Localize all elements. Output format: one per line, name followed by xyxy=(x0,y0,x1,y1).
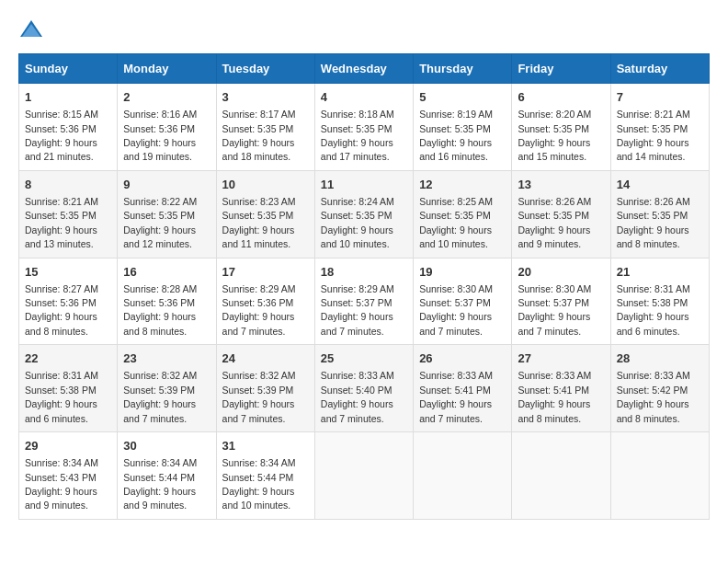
day-info: Sunrise: 8:34 AM Sunset: 5:44 PM Dayligh… xyxy=(222,457,296,511)
day-info: Sunrise: 8:29 AM Sunset: 5:37 PM Dayligh… xyxy=(321,283,394,337)
calendar-cell: 17Sunrise: 8:29 AM Sunset: 5:36 PM Dayli… xyxy=(216,258,314,345)
day-number: 6 xyxy=(518,89,604,106)
day-info: Sunrise: 8:33 AM Sunset: 5:41 PM Dayligh… xyxy=(518,370,591,423)
day-info: Sunrise: 8:32 AM Sunset: 5:39 PM Dayligh… xyxy=(123,370,197,423)
week-row-1: 1Sunrise: 8:15 AM Sunset: 5:36 PM Daylig… xyxy=(19,84,710,171)
calendar-table: SundayMondayTuesdayWednesdayThursdayFrid… xyxy=(18,53,710,520)
day-number: 14 xyxy=(617,177,703,193)
week-row-2: 8Sunrise: 8:21 AM Sunset: 5:35 PM Daylig… xyxy=(19,170,710,258)
day-info: Sunrise: 8:17 AM Sunset: 5:35 PM Dayligh… xyxy=(222,109,296,162)
day-info: Sunrise: 8:30 AM Sunset: 5:37 PM Dayligh… xyxy=(419,283,493,337)
header-friday: Friday xyxy=(512,54,610,84)
day-info: Sunrise: 8:23 AM Sunset: 5:35 PM Dayligh… xyxy=(222,196,296,249)
day-number: 1 xyxy=(25,89,111,106)
calendar-cell: 1Sunrise: 8:15 AM Sunset: 5:36 PM Daylig… xyxy=(19,84,118,171)
calendar-cell: 29Sunrise: 8:34 AM Sunset: 5:43 PM Dayli… xyxy=(19,432,118,520)
day-info: Sunrise: 8:18 AM Sunset: 5:35 PM Dayligh… xyxy=(321,109,394,162)
header-sunday: Sunday xyxy=(19,54,118,84)
day-number: 5 xyxy=(419,89,506,106)
calendar-cell: 28Sunrise: 8:33 AM Sunset: 5:42 PM Dayli… xyxy=(610,345,709,432)
day-info: Sunrise: 8:29 AM Sunset: 5:36 PM Dayligh… xyxy=(222,283,296,337)
day-info: Sunrise: 8:31 AM Sunset: 5:38 PM Dayligh… xyxy=(25,370,98,423)
day-number: 7 xyxy=(617,89,703,106)
calendar-cell: 26Sunrise: 8:33 AM Sunset: 5:41 PM Dayli… xyxy=(414,345,512,432)
calendar-cell: 31Sunrise: 8:34 AM Sunset: 5:44 PM Dayli… xyxy=(216,432,314,520)
day-number: 19 xyxy=(419,264,506,281)
calendar-header-row: SundayMondayTuesdayWednesdayThursdayFrid… xyxy=(19,54,710,84)
day-info: Sunrise: 8:25 AM Sunset: 5:35 PM Dayligh… xyxy=(419,196,493,249)
calendar-cell: 23Sunrise: 8:32 AM Sunset: 5:39 PM Dayli… xyxy=(118,345,216,432)
calendar-cell: 20Sunrise: 8:30 AM Sunset: 5:37 PM Dayli… xyxy=(512,258,610,345)
day-info: Sunrise: 8:26 AM Sunset: 5:35 PM Dayligh… xyxy=(518,196,591,249)
day-number: 8 xyxy=(25,177,111,193)
day-number: 27 xyxy=(518,350,604,367)
day-info: Sunrise: 8:31 AM Sunset: 5:38 PM Dayligh… xyxy=(617,283,690,337)
calendar-cell: 2Sunrise: 8:16 AM Sunset: 5:36 PM Daylig… xyxy=(118,84,216,171)
calendar-body: 1Sunrise: 8:15 AM Sunset: 5:36 PM Daylig… xyxy=(19,84,710,520)
calendar-cell: 3Sunrise: 8:17 AM Sunset: 5:35 PM Daylig… xyxy=(216,84,314,171)
calendar-cell: 22Sunrise: 8:31 AM Sunset: 5:38 PM Dayli… xyxy=(19,345,118,432)
day-info: Sunrise: 8:28 AM Sunset: 5:36 PM Dayligh… xyxy=(123,283,197,337)
calendar-cell: 21Sunrise: 8:31 AM Sunset: 5:38 PM Dayli… xyxy=(610,258,709,345)
day-info: Sunrise: 8:20 AM Sunset: 5:35 PM Dayligh… xyxy=(518,109,591,162)
calendar-cell: 8Sunrise: 8:21 AM Sunset: 5:35 PM Daylig… xyxy=(19,170,118,258)
day-info: Sunrise: 8:15 AM Sunset: 5:36 PM Dayligh… xyxy=(25,109,98,162)
day-info: Sunrise: 8:33 AM Sunset: 5:42 PM Dayligh… xyxy=(617,370,690,423)
day-info: Sunrise: 8:32 AM Sunset: 5:39 PM Dayligh… xyxy=(222,370,296,423)
calendar-cell: 11Sunrise: 8:24 AM Sunset: 5:35 PM Dayli… xyxy=(314,170,413,258)
calendar-cell: 15Sunrise: 8:27 AM Sunset: 5:36 PM Dayli… xyxy=(19,258,118,345)
week-row-4: 22Sunrise: 8:31 AM Sunset: 5:38 PM Dayli… xyxy=(19,345,710,432)
day-number: 28 xyxy=(617,350,703,367)
day-info: Sunrise: 8:21 AM Sunset: 5:35 PM Dayligh… xyxy=(25,196,98,249)
day-number: 26 xyxy=(419,350,506,367)
day-number: 9 xyxy=(123,177,210,193)
day-number: 29 xyxy=(25,438,111,454)
calendar-cell: 16Sunrise: 8:28 AM Sunset: 5:36 PM Dayli… xyxy=(118,258,216,345)
calendar-cell xyxy=(414,432,512,520)
day-info: Sunrise: 8:34 AM Sunset: 5:44 PM Dayligh… xyxy=(123,457,197,511)
day-info: Sunrise: 8:22 AM Sunset: 5:35 PM Dayligh… xyxy=(123,196,197,249)
calendar-cell xyxy=(610,432,709,520)
day-info: Sunrise: 8:33 AM Sunset: 5:41 PM Dayligh… xyxy=(419,370,493,423)
day-info: Sunrise: 8:34 AM Sunset: 5:43 PM Dayligh… xyxy=(25,457,98,511)
week-row-3: 15Sunrise: 8:27 AM Sunset: 5:36 PM Dayli… xyxy=(19,258,710,345)
day-number: 22 xyxy=(25,350,111,367)
calendar-cell: 30Sunrise: 8:34 AM Sunset: 5:44 PM Dayli… xyxy=(118,432,216,520)
week-row-5: 29Sunrise: 8:34 AM Sunset: 5:43 PM Dayli… xyxy=(19,432,710,520)
day-number: 25 xyxy=(321,350,407,367)
day-number: 24 xyxy=(222,350,309,367)
day-number: 10 xyxy=(222,177,309,193)
day-info: Sunrise: 8:19 AM Sunset: 5:35 PM Dayligh… xyxy=(419,109,493,162)
day-number: 2 xyxy=(123,89,210,106)
calendar-cell: 19Sunrise: 8:30 AM Sunset: 5:37 PM Dayli… xyxy=(414,258,512,345)
header-monday: Monday xyxy=(118,54,216,84)
day-number: 31 xyxy=(222,438,309,454)
day-info: Sunrise: 8:24 AM Sunset: 5:35 PM Dayligh… xyxy=(321,196,394,249)
header-wednesday: Wednesday xyxy=(314,54,413,84)
calendar-cell: 9Sunrise: 8:22 AM Sunset: 5:35 PM Daylig… xyxy=(118,170,216,258)
day-number: 11 xyxy=(321,177,407,193)
day-info: Sunrise: 8:33 AM Sunset: 5:40 PM Dayligh… xyxy=(321,370,394,423)
calendar-cell: 13Sunrise: 8:26 AM Sunset: 5:35 PM Dayli… xyxy=(512,170,610,258)
day-number: 3 xyxy=(222,89,309,106)
day-number: 15 xyxy=(25,264,111,281)
day-number: 17 xyxy=(222,264,309,281)
day-number: 4 xyxy=(321,89,407,106)
header xyxy=(18,18,710,39)
calendar-cell: 24Sunrise: 8:32 AM Sunset: 5:39 PM Dayli… xyxy=(216,345,314,432)
day-number: 18 xyxy=(321,264,407,281)
day-number: 13 xyxy=(518,177,604,193)
day-info: Sunrise: 8:21 AM Sunset: 5:35 PM Dayligh… xyxy=(617,109,690,162)
calendar-cell: 27Sunrise: 8:33 AM Sunset: 5:41 PM Dayli… xyxy=(512,345,610,432)
calendar-cell: 7Sunrise: 8:21 AM Sunset: 5:35 PM Daylig… xyxy=(610,84,709,171)
calendar-cell: 12Sunrise: 8:25 AM Sunset: 5:35 PM Dayli… xyxy=(414,170,512,258)
day-info: Sunrise: 8:26 AM Sunset: 5:35 PM Dayligh… xyxy=(617,196,690,249)
calendar-cell: 4Sunrise: 8:18 AM Sunset: 5:35 PM Daylig… xyxy=(314,84,413,171)
day-number: 12 xyxy=(419,177,506,193)
day-info: Sunrise: 8:30 AM Sunset: 5:37 PM Dayligh… xyxy=(518,283,591,337)
calendar-cell xyxy=(512,432,610,520)
calendar-cell: 10Sunrise: 8:23 AM Sunset: 5:35 PM Dayli… xyxy=(216,170,314,258)
day-info: Sunrise: 8:27 AM Sunset: 5:36 PM Dayligh… xyxy=(25,283,98,337)
header-tuesday: Tuesday xyxy=(216,54,314,84)
calendar-cell: 14Sunrise: 8:26 AM Sunset: 5:35 PM Dayli… xyxy=(610,170,709,258)
